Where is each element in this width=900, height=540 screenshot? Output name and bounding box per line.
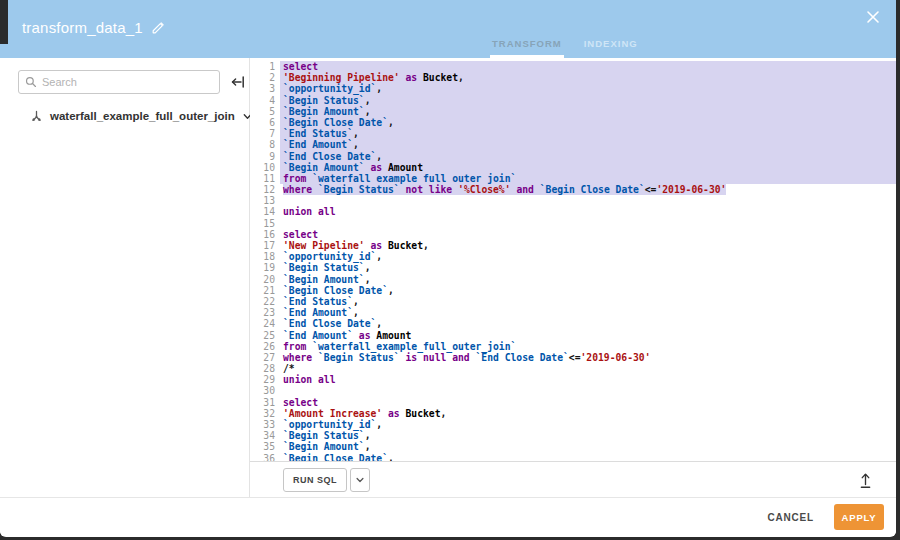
code-line[interactable]: 13 (250, 195, 896, 206)
backdrop-corner (0, 0, 8, 44)
search-icon (25, 76, 37, 88)
run-sql-group: RUN SQL (283, 468, 370, 492)
upload-icon[interactable] (854, 468, 876, 492)
close-icon[interactable] (862, 6, 884, 28)
line-number: 11 (250, 173, 280, 184)
code-line[interactable]: 1select (250, 61, 896, 72)
code-line[interactable]: 2'Beginning Pipeline' as Bucket, (250, 72, 896, 83)
code-line[interactable]: 32'Amount Increase' as Bucket, (250, 408, 896, 419)
code-line[interactable]: 8`End Amount`, (250, 139, 896, 150)
line-number: 14 (250, 206, 280, 217)
line-number: 3 (250, 83, 280, 94)
pencil-icon[interactable] (151, 21, 165, 35)
code-line[interactable]: 35`Begin Amount`, (250, 441, 896, 452)
search-box[interactable] (18, 70, 220, 94)
line-number: 22 (250, 296, 280, 307)
line-number: 15 (250, 218, 280, 229)
apply-button[interactable]: APPLY (834, 504, 884, 530)
line-number: 28 (250, 363, 280, 374)
editor-toolbar: RUN SQL (250, 461, 896, 497)
line-number: 32 (250, 408, 280, 419)
table-sidebar: waterfall_example_full_outer_join (0, 58, 250, 497)
code-line[interactable]: 33`opportunity_id`, (250, 419, 896, 430)
chevron-down-icon (355, 475, 365, 485)
line-number: 27 (250, 352, 280, 363)
run-sql-button[interactable]: RUN SQL (283, 468, 347, 492)
line-number: 33 (250, 419, 280, 430)
dialog-header: transform_data_1 TRANSFORMINDEXING (0, 0, 896, 58)
code-line[interactable]: 34`Begin Status`, (250, 430, 896, 441)
tab-indexing[interactable]: INDEXING (582, 38, 640, 58)
code-line[interactable]: 28/* (250, 363, 896, 374)
line-number: 7 (250, 128, 280, 139)
code-line[interactable]: 31select (250, 397, 896, 408)
code-line[interactable]: 12where `Begin Status` not like '%Close%… (250, 184, 896, 195)
code-line[interactable]: 6`Begin Close Date`, (250, 117, 896, 128)
code-line[interactable]: 29union all (250, 374, 896, 385)
code-line[interactable]: 27where `Begin Status` is null and `End … (250, 352, 896, 363)
cancel-button[interactable]: CANCEL (768, 512, 814, 523)
line-number: 13 (250, 195, 280, 206)
line-number: 35 (250, 441, 280, 452)
line-number: 23 (250, 307, 280, 318)
line-number: 1 (250, 61, 280, 72)
line-number: 25 (250, 330, 280, 341)
code-line[interactable]: 15 (250, 218, 896, 229)
line-number: 16 (250, 229, 280, 240)
join-icon (30, 110, 43, 123)
dialog-tabs: TRANSFORMINDEXING (490, 38, 640, 58)
run-sql-dropdown-button[interactable] (350, 468, 370, 492)
line-number: 34 (250, 430, 280, 441)
code-line[interactable]: 19`Begin Status`, (250, 262, 896, 273)
code-line[interactable]: 16select (250, 229, 896, 240)
code-line[interactable]: 17'New Pipeline' as Bucket, (250, 240, 896, 251)
code-line[interactable]: 14union all (250, 206, 896, 217)
code-lines: 1select2'Beginning Pipeline' as Bucket,3… (250, 61, 896, 461)
code-line[interactable]: 36`Begin Close Date`, (250, 453, 896, 461)
code-line[interactable]: 3`opportunity_id`, (250, 83, 896, 94)
line-number: 26 (250, 341, 280, 352)
dialog-title: transform_data_1 (22, 19, 143, 36)
code-line[interactable]: 30 (250, 385, 896, 396)
line-number: 5 (250, 106, 280, 117)
code-line[interactable]: 5`Begin Amount`, (250, 106, 896, 117)
code-line[interactable]: 4`Begin Status`, (250, 95, 896, 106)
code-line[interactable]: 26from `waterfall_example_full_outer_joi… (250, 341, 896, 352)
code-line[interactable]: 7`End Status`, (250, 128, 896, 139)
search-input[interactable] (42, 76, 213, 88)
code-line[interactable]: 24`End Close Date`, (250, 318, 896, 329)
transform-dialog: transform_data_1 TRANSFORMINDEXING (0, 0, 896, 537)
line-number: 2 (250, 72, 280, 83)
line-number: 36 (250, 453, 280, 461)
code-line[interactable]: 21`Begin Close Date`, (250, 285, 896, 296)
line-number: 29 (250, 374, 280, 385)
dialog-title-area: transform_data_1 (22, 19, 165, 36)
code-line[interactable]: 10`Begin Amount` as Amount (250, 162, 896, 173)
line-number: 6 (250, 117, 280, 128)
line-number: 18 (250, 251, 280, 262)
line-number: 20 (250, 274, 280, 285)
line-number: 21 (250, 285, 280, 296)
code-line[interactable]: 9`End Close Date`, (250, 151, 896, 162)
line-number: 4 (250, 95, 280, 106)
code-line[interactable]: 25`End Amount` as Amount (250, 330, 896, 341)
line-number: 9 (250, 151, 280, 162)
tab-transform[interactable]: TRANSFORM (490, 38, 564, 58)
line-number: 8 (250, 139, 280, 150)
line-number: 10 (250, 162, 280, 173)
code-line[interactable]: 20`Begin Amount`, (250, 274, 896, 285)
line-number: 31 (250, 397, 280, 408)
code-line[interactable]: 22`End Status`, (250, 296, 896, 307)
collapse-left-icon[interactable] (228, 72, 248, 92)
sidebar-item-label: waterfall_example_full_outer_join (50, 110, 235, 122)
code-line[interactable]: 11from `waterfall_example_full_outer_joi… (250, 173, 896, 184)
line-number: 12 (250, 184, 280, 195)
line-number: 24 (250, 318, 280, 329)
line-number: 19 (250, 262, 280, 273)
sql-code-editor[interactable]: 1select2'Beginning Pipeline' as Bucket,3… (250, 58, 896, 461)
code-line[interactable]: 23`End Amount`, (250, 307, 896, 318)
code-line[interactable]: 18`opportunity_id`, (250, 251, 896, 262)
line-number: 30 (250, 385, 280, 396)
dialog-footer: CANCEL APPLY (0, 497, 896, 536)
sidebar-item-waterfall-table[interactable]: waterfall_example_full_outer_join (0, 104, 250, 128)
